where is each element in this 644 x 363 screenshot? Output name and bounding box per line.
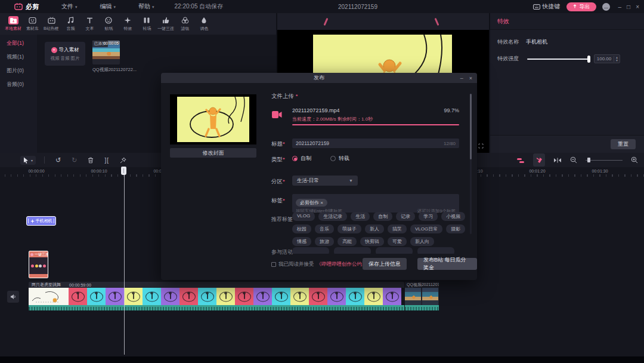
reset-button[interactable]: 重置 (611, 139, 636, 149)
menu-edit[interactable]: 编辑▾ (100, 2, 116, 11)
recommended-tag-chip[interactable]: 小视频 (441, 212, 465, 221)
effect-name-label: 特效名称 (497, 38, 525, 46)
avatar[interactable] (602, 3, 610, 11)
dialog-close-button[interactable]: × (469, 75, 472, 81)
recommended-tag-chip[interactable]: 校园 (292, 224, 311, 233)
recommended-tag-chip[interactable]: 新人 (365, 224, 384, 233)
save-upload-info-button[interactable]: 保存上传信息 (363, 258, 407, 270)
pin-button[interactable] (120, 157, 126, 164)
shortcut-button[interactable]: 快捷键 (533, 2, 561, 11)
undo-button[interactable]: ↺ (55, 156, 61, 164)
category-item[interactable]: 图片(0) (0, 66, 37, 76)
recommended-tag-chip[interactable]: 自制 (373, 212, 392, 221)
effect-strength-input[interactable]: 100.00 ▲▼ (594, 54, 620, 63)
magnet-snap-icon[interactable] (533, 153, 545, 167)
tab-color[interactable]: 调色 (194, 16, 213, 32)
clip-thumbnail (198, 288, 216, 305)
minimize-button[interactable]: – (618, 4, 622, 10)
agreement-row: 我已阅读并接受 《哔哩哔哩创作公约》 (271, 261, 367, 268)
zoom-out-button[interactable] (570, 156, 577, 164)
recommended-tag-chip[interactable]: 新人向 (410, 237, 434, 246)
recommended-tag-chip[interactable]: 生活记录 (318, 212, 347, 221)
playhead-handle[interactable] (121, 167, 126, 175)
recommended-tag-chip[interactable]: 可爱 (388, 237, 407, 246)
category-item[interactable]: 视频(1) (0, 52, 37, 62)
activity-chip[interactable] (292, 247, 329, 254)
fit-screen-icon[interactable] (478, 140, 484, 151)
slider-handle[interactable] (587, 56, 590, 63)
tab-sticker[interactable]: 贴纸 (99, 16, 118, 32)
agree-checkbox[interactable] (271, 262, 276, 267)
recommended-tag-chip[interactable]: VLOG (292, 212, 315, 221)
sticker-clip-triple-combo[interactable]: 一键三连 (29, 251, 48, 278)
dialog-title: 发布 (161, 74, 477, 82)
snap-playhead-icon[interactable] (553, 158, 562, 163)
tab-text[interactable]: 文本 (80, 16, 99, 32)
activity-chip[interactable] (376, 247, 413, 254)
clip-thumbnail (87, 288, 106, 305)
tab-effects[interactable]: 特效 (118, 16, 137, 32)
close-button[interactable]: × (636, 4, 639, 10)
recommended-tag-chip[interactable]: 旅游 (315, 237, 334, 246)
recommended-tag-chip[interactable]: 生活 (351, 212, 370, 221)
tag-chip-bijian[interactable]: 必剪创作 × (296, 199, 327, 207)
auto-arrange-icon[interactable] (516, 155, 525, 165)
bottom-strip (0, 356, 644, 363)
creation-convention-link[interactable]: 《哔哩哔哩创作公约》 (317, 261, 367, 268)
recommended-tag-chip[interactable]: 音乐 (315, 224, 334, 233)
recommended-tag-chip[interactable]: 高能 (338, 237, 357, 246)
tab-label: B站热梗 (44, 26, 58, 31)
zoom-in-button[interactable] (631, 156, 638, 164)
recommended-tag-chip[interactable]: 学习 (419, 212, 438, 221)
effect-clip-phone-camera[interactable]: 手机相机 (26, 216, 56, 226)
export-button[interactable]: 导出 (566, 2, 596, 11)
title-input[interactable]: 202112072159 12/80 (292, 139, 459, 148)
spinner-arrows[interactable]: ▲▼ (614, 56, 620, 62)
category-select[interactable]: 生活-日常 ▼ (292, 176, 358, 186)
recommended-tag-chip[interactable]: 摄影 (446, 224, 465, 233)
import-material-button[interactable]: +导入素材 视频 音频 图片 (45, 42, 85, 66)
effect-strength-slider[interactable] (527, 56, 589, 62)
maximize-button[interactable]: □ (627, 4, 630, 10)
tab-tv[interactable]: B站热梗 (42, 16, 61, 32)
tab-music[interactable]: 音频 (61, 16, 80, 32)
media-clip-card[interactable]: 已添加 00:00:05 QQ视频2021120722... (92, 41, 120, 73)
transition-icon (142, 16, 152, 24)
activity-chip[interactable] (417, 247, 454, 254)
recommended-tag-chip[interactable]: 萌妹子 (338, 224, 361, 233)
recommended-tag-chip[interactable]: VLOG日常 (410, 224, 442, 233)
tab-filter[interactable]: 滤镜 (175, 16, 194, 32)
activity-chip[interactable] (334, 247, 371, 254)
tab-folder[interactable]: 本地素材 (4, 16, 23, 32)
recommended-tag-chip[interactable]: 快剪辑 (360, 237, 384, 246)
modify-cover-button[interactable]: 修改封面 (170, 148, 256, 158)
speaker-icon (10, 294, 17, 300)
redo-button[interactable]: ↻ (72, 156, 77, 164)
dialog-minimize-button[interactable]: – (460, 75, 463, 81)
timeline-zoom-slider[interactable] (586, 157, 623, 163)
track-mute-button[interactable] (7, 291, 19, 303)
video-clip-qq[interactable]: QQ视频202112072 (405, 282, 439, 310)
radio-self-made[interactable]: 自制 (292, 155, 311, 162)
recommended-tag-chip[interactable]: 情感 (292, 237, 311, 246)
menu-file[interactable]: 文件▾ (61, 2, 78, 11)
recommended-tag-chip[interactable]: 搞笑 (388, 224, 407, 233)
radio-repost[interactable]: 转载 (330, 155, 349, 162)
autosave-status: 22:20:05 自动保存 (175, 2, 224, 11)
recommended-tag-chip[interactable]: 记录 (396, 212, 415, 221)
menu-help[interactable]: 帮助▾ (138, 2, 154, 11)
slider-handle[interactable] (587, 158, 590, 162)
category-item[interactable]: 全部(1) (0, 38, 37, 48)
tab-transition[interactable]: 转场 (137, 16, 156, 32)
split-clip-button[interactable]: ][ (104, 157, 109, 164)
dialog-scrollbar[interactable] (470, 94, 472, 234)
select-tool-button[interactable]: ▾ (20, 156, 36, 165)
tab-library[interactable]: 素材库 (23, 16, 42, 32)
tags-input[interactable]: 必剪创作 × 按回车键Enter创建标签 还可以添加9个标签 (292, 194, 459, 213)
tab-thumb[interactable]: 一键三连 (156, 16, 175, 32)
category-item[interactable]: 音频(0) (0, 79, 37, 90)
delete-button[interactable] (88, 157, 94, 164)
publish-bilibili-button[interactable]: 发布B站 每日瓜分奖金 (417, 258, 477, 270)
video-clip-main[interactable]: 两只老虎爱跳舞 00:00:59:00 (29, 282, 404, 310)
upload-icon (572, 4, 577, 9)
